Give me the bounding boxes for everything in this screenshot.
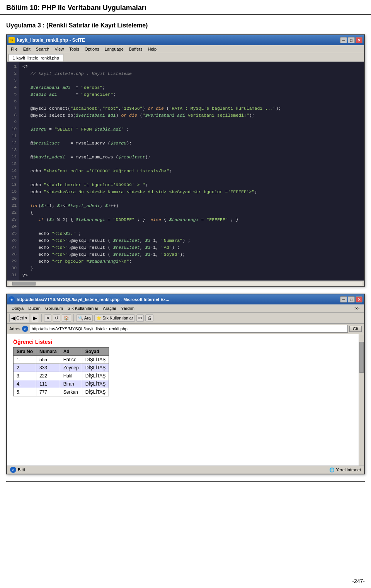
line-numbers: 12345 678910 1112131415 1617181920 21222… [7,62,19,280]
menu-edit[interactable]: Edit [21,46,33,52]
maximize-button[interactable]: □ [348,37,355,43]
code-line-7: @mysql_connect("localhost","root","12345… [22,105,361,112]
student-table: Sıra No Numara Ad Soyad 1.555HaticeDİŞLİ… [13,347,109,396]
browser-content: Öğrenci Listesi Sıra No Numara Ad Soyad … [7,334,364,466]
code-line-12: @$resultset = mysql_query ($sorgu); [22,140,361,147]
editor-tab-1[interactable]: 1 kayit_listele_renkli.php [9,54,63,61]
code-line-8: @mysql_select_db($veritabani_adi) or die… [22,112,361,119]
browser-menu-extra[interactable]: >> [353,305,361,311]
back-label: Geri [16,316,24,320]
address-input[interactable] [30,325,348,333]
toolbar-sep-1 [41,314,42,322]
browser-close-button[interactable]: ✕ [356,296,362,302]
browser-window: e http://dislitas/VTYS/MYSQL/kayit_liste… [6,294,365,474]
menu-tools[interactable]: Tools [67,46,82,52]
cell-ad: Biran [60,380,82,388]
code-content: <? // kayit_listele.php : Kayıt Listelem… [19,62,364,280]
menu-search[interactable]: Search [34,46,52,52]
print-button[interactable]: 🖨 [145,314,153,321]
code-line-3 [22,77,361,84]
menu-view[interactable]: View [53,46,66,52]
mail-icon: ✉ [138,316,142,321]
table-row: 4.111BiranDİŞLİTAŞ [14,380,109,388]
status-text: Bitti [18,467,25,472]
code-line-23: if ($i % 2) { $tabanrengi = "DDDDFF" ; }… [22,216,361,223]
address-label: Adres [9,326,20,331]
code-line-6 [22,98,361,105]
code-line-15 [22,161,361,168]
scite-titlebar: S kayit_listele_renkli.php - SciTE ─ □ ✕ [7,35,364,45]
menu-language[interactable]: Language [102,46,126,52]
page-title: Bölüm 10: PHP ile Veritabanı Uygulamalar… [6,4,365,12]
browser-title-text: e http://dislitas/VTYS/MYSQL/kayit_liste… [9,296,169,302]
code-line-30: } [22,265,361,272]
cell-soyad: DİŞLİTAŞ [82,364,109,372]
print-icon: 🖨 [147,316,151,320]
stop-icon: ✕ [46,316,49,321]
code-line-31: ?> [22,272,361,279]
stop-button[interactable]: ✕ [44,314,51,322]
menu-help[interactable]: Help [145,46,159,52]
search-icon: 🔍 [78,316,83,321]
scite-window: S kayit_listele_renkli.php - SciTE ─ □ ✕… [6,34,365,287]
code-line-4: $veritabani_adi = "serobs"; [22,84,361,91]
forward-icon: ▶ [33,315,37,321]
scite-menu-bar: File Edit Search View Tools Options Lang… [7,45,364,53]
cell-numara: 111 [36,380,60,388]
browser-menu-sikkullanilan[interactable]: Sık Kullanılanlar [66,305,100,311]
refresh-button[interactable]: ↺ [53,314,60,322]
browser-menu-dosya[interactable]: Dosya [10,305,25,311]
section-title: Uygulama 3 : (Renkli Satırlar ile Kayıt … [0,22,371,34]
browser-statusbar: e Bitti 🌐 Yerel intranet [7,466,364,474]
table-row: 3.222HalilDİŞLİTAŞ [14,372,109,380]
status-ie-icon: e [10,467,16,473]
address-bar-row: Adres e Git [7,324,364,334]
browser-menu-yardim[interactable]: Yardım [119,305,136,311]
browser-menu-duzen[interactable]: Düzen [27,305,42,311]
status-right: 🌐 Yerel intranet [329,467,361,472]
cell-numara: 555 [36,356,60,364]
mail-button[interactable]: ✉ [136,314,144,322]
code-line-26: echo "<td>".@mysql_result ( $resultset, … [22,237,361,244]
col-header-sira: Sıra No [14,348,36,356]
close-button[interactable]: ✕ [356,37,362,43]
scrollbar-track[interactable] [9,282,362,286]
search-button[interactable]: 🔍 Ara [76,314,93,322]
back-button[interactable]: ◀ Geri ▾ [9,314,29,322]
favorites-icon: ⭐ [96,316,102,321]
ie-icon: e [9,296,15,302]
toolbar-sep-2 [73,314,74,322]
col-header-ad: Ad [60,348,82,356]
browser-titlebar: e http://dislitas/VTYS/MYSQL/kayit_liste… [7,294,364,304]
code-line-18: echo "<table border =1 bgcolor='999999' … [22,182,361,189]
code-editor: 12345 678910 1112131415 1617181920 21222… [7,62,364,280]
minimize-button[interactable]: ─ [340,37,347,43]
cell-numara: 222 [36,372,60,380]
browser-scrollbar-thumb[interactable] [359,342,364,373]
go-button[interactable]: Git [349,326,362,332]
favorites-button[interactable]: ⭐ Sık Kullanılanlar [94,314,135,322]
status-intranet: Yerel intranet [336,467,361,472]
scrollbar-thumb[interactable] [12,282,36,286]
browser-menu-araclar[interactable]: Araçlar [101,305,118,311]
code-line-29: echo "<tr bgcolor =$tabanrengi>\n"; [22,258,361,265]
back-arrow: ▾ [25,316,27,321]
cell-sira: 2. [14,364,36,372]
cell-soyad: DİŞLİTAŞ [82,380,109,388]
browser-menu-gorunum[interactable]: Görünüm [44,305,65,311]
menu-options[interactable]: Options [82,46,102,52]
code-line-28: echo "<td>".@mysql_result ( $resultset, … [22,251,361,258]
menu-buffers[interactable]: Buffers [127,46,145,52]
browser-scrollbar[interactable] [359,334,364,466]
browser-maximize-button[interactable]: □ [348,296,355,302]
browser-title: http://dislitas/VTYS/MYSQL/kayit_listele… [17,297,169,302]
cell-ad: Halil [60,372,82,380]
home-button[interactable]: 🏠 [62,314,71,322]
menu-file[interactable]: File [9,46,20,52]
cell-numara: 333 [36,364,60,372]
page-divider [6,481,365,482]
forward-button[interactable]: ▶ [31,314,39,322]
browser-minimize-button[interactable]: ─ [340,296,347,302]
editor-scrollbar[interactable] [7,280,364,286]
scite-icon: S [9,37,15,43]
